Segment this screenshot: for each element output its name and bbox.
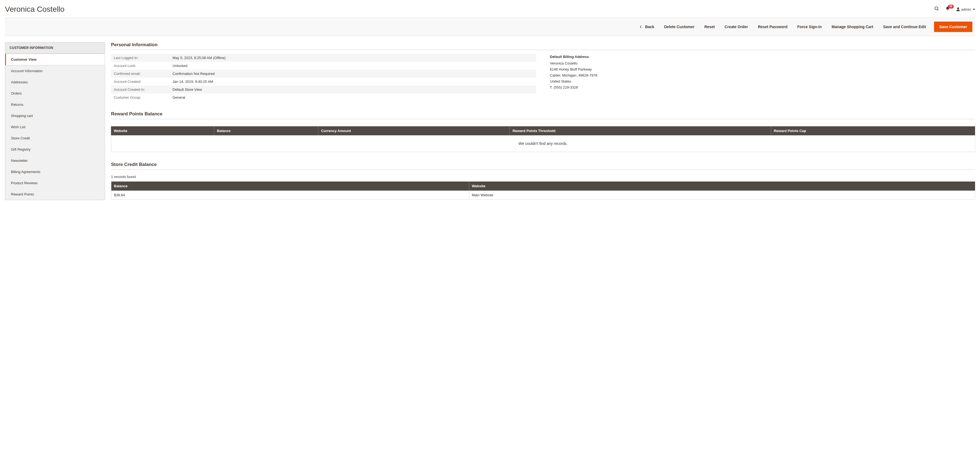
address-phone: T: (555) 229-3326 xyxy=(550,84,975,90)
table-row: $39.64 Main Website xyxy=(111,191,975,200)
sidebar-item-billing-agreements[interactable]: Billing Agreements xyxy=(5,166,105,178)
delete-customer-button[interactable]: Delete Customer xyxy=(659,22,700,32)
table-row: Account Lock:Unlocked xyxy=(111,62,536,70)
sidebar-item-product-reviews[interactable]: Product Reviews xyxy=(5,178,105,189)
table-row: Account Created:Jan 14, 2019, 9:40:25 AM xyxy=(111,78,536,86)
col-cap[interactable]: Reward Points Cap xyxy=(771,126,975,135)
sidebar-item-newsletter[interactable]: Newsletter xyxy=(5,155,105,166)
info-label: Account Created: xyxy=(111,78,170,86)
notifications-icon[interactable]: 38 xyxy=(945,6,950,12)
info-value: May 5, 2023, 8:25:08 AM (Offline) xyxy=(170,54,536,62)
reset-password-button[interactable]: Reset Password xyxy=(753,22,792,32)
address-title: Default Billing Address xyxy=(550,54,975,60)
sidebar-item-returns[interactable]: Returns xyxy=(5,99,105,110)
reward-points-title: Reward Points Balance xyxy=(111,111,975,119)
action-bar: Back Delete Customer Reset Create Order … xyxy=(5,17,975,36)
search-icon[interactable] xyxy=(934,6,939,13)
header-actions: 38 admin xyxy=(934,6,975,13)
svg-point-0 xyxy=(935,7,938,10)
back-button[interactable]: Back xyxy=(634,22,659,32)
address-city-region-zip: Calder, Michigan, 49628-7978 xyxy=(550,73,975,78)
back-label: Back xyxy=(645,25,654,29)
col-balance[interactable]: Balance xyxy=(214,126,318,135)
col-balance[interactable]: Balance xyxy=(111,181,469,191)
manage-cart-button[interactable]: Manage Shopping Cart xyxy=(827,22,878,32)
reset-button[interactable]: Reset xyxy=(700,22,720,32)
store-credit-title: Store Credit Balance xyxy=(111,162,975,170)
sidebar-item-gift-registry[interactable]: Gift Registry xyxy=(5,144,105,155)
admin-username: admin xyxy=(961,7,971,11)
force-signin-button[interactable]: Force Sign-In xyxy=(792,22,827,32)
table-row: Customer Group:General xyxy=(111,94,536,102)
address-street: 6146 Honey Bluff Parkway xyxy=(550,67,975,73)
info-label: Account Lock: xyxy=(111,62,170,70)
sidebar-title: CUSTOMER INFORMATION xyxy=(5,42,105,54)
cell-website: Main Website xyxy=(469,191,975,200)
reward-points-table: Website Balance Currency Amount Reward P… xyxy=(111,126,975,135)
info-value: General xyxy=(170,94,536,102)
sidebar-item-shopping-cart[interactable]: Shopping cart xyxy=(5,110,105,121)
notification-badge: 38 xyxy=(948,5,954,8)
sidebar-item-account-information[interactable]: Account Information xyxy=(5,65,105,76)
sidebar-item-customer-view[interactable]: Customer View xyxy=(5,54,105,65)
create-order-button[interactable]: Create Order xyxy=(720,22,753,32)
info-label: Confirmed email: xyxy=(111,70,170,78)
info-value: Jan 14, 2019, 9:40:25 AM xyxy=(170,78,536,86)
col-website[interactable]: Website xyxy=(111,126,214,135)
sidebar-item-reward-points[interactable]: Reward Points xyxy=(5,189,105,200)
save-continue-button[interactable]: Save and Continue Edit xyxy=(878,22,931,32)
reward-points-section: Reward Points Balance Website Balance Cu… xyxy=(111,111,975,152)
info-label: Account Created in: xyxy=(111,86,170,94)
store-credit-table: Balance Website $39.64 Main Website xyxy=(111,181,975,200)
col-website[interactable]: Website xyxy=(469,181,975,191)
page-title: Veronica Costello xyxy=(5,5,65,14)
col-currency-amount[interactable]: Currency Amount xyxy=(318,126,510,135)
save-customer-button[interactable]: Save Customer xyxy=(934,22,972,32)
address-name: Veronica Costello xyxy=(550,60,975,67)
info-value: Default Store View xyxy=(170,86,536,94)
table-row: Confirmed email:Confirmation Not Require… xyxy=(111,70,536,78)
records-found: 1 records found xyxy=(111,175,975,179)
svg-line-1 xyxy=(937,9,939,10)
personal-info-title: Personal Information xyxy=(111,42,975,50)
sidebar-item-addresses[interactable]: Addresses xyxy=(5,76,105,88)
info-label: Last Logged In: xyxy=(111,54,170,62)
reward-points-empty: We couldn't find any records. xyxy=(111,135,975,152)
admin-user-menu[interactable]: admin xyxy=(956,7,975,11)
chevron-down-icon xyxy=(973,9,975,10)
sidebar-item-store-credit[interactable]: Store Credit xyxy=(5,133,105,144)
store-credit-section: Store Credit Balance 1 records found Bal… xyxy=(111,162,975,200)
sidebar-item-wish-list[interactable]: Wish List xyxy=(5,121,105,133)
address-country: United States xyxy=(550,78,975,84)
col-threshold[interactable]: Reward Points Threshold xyxy=(510,126,771,135)
info-value: Unlocked xyxy=(170,62,536,70)
info-value: Confirmation Not Required xyxy=(170,70,536,78)
sidebar-item-orders[interactable]: Orders xyxy=(5,88,105,99)
personal-information-section: Personal Information Last Logged In:May … xyxy=(111,42,975,102)
info-label: Customer Group: xyxy=(111,94,170,102)
sidebar: CUSTOMER INFORMATION Customer View Accou… xyxy=(5,42,105,200)
cell-balance: $39.64 xyxy=(111,191,469,200)
default-billing-address: Default Billing Address Veronica Costell… xyxy=(550,54,975,91)
table-row: Last Logged In:May 5, 2023, 8:25:08 AM (… xyxy=(111,54,536,62)
personal-info-table: Last Logged In:May 5, 2023, 8:25:08 AM (… xyxy=(111,54,536,102)
table-row: Account Created in:Default Store View xyxy=(111,86,536,94)
